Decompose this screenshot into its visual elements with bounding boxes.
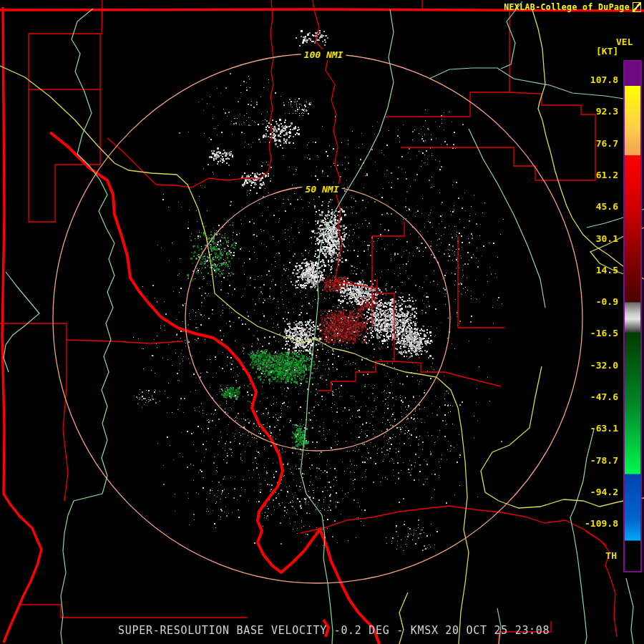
- range-ring-label-100nmi: 100 NMI: [301, 49, 346, 60]
- colorbar-title: VEL: [616, 36, 633, 47]
- status-bar: SUPER-RESOLUTION BASE VELOCITY -0.2 DEG …: [118, 624, 550, 637]
- colorbar-tick: 61.2: [596, 170, 618, 181]
- county-center-step2: [394, 361, 501, 386]
- colorbar-tick: -32.0: [590, 360, 618, 371]
- county-ne-step2: [401, 92, 595, 180]
- county-center-east: [372, 222, 404, 328]
- county-se-squiggle: [585, 531, 617, 637]
- range-ring-100nmi: [53, 54, 582, 583]
- colorbar-tick: 30.1: [596, 233, 618, 245]
- colorbar-tick: -0.9: [596, 296, 618, 308]
- county-west: [0, 323, 68, 501]
- county-se-wavy: [301, 506, 607, 546]
- range-ring-50nmi: [185, 186, 450, 451]
- river-central: [301, 9, 394, 644]
- highway-left-border: [2, 7, 42, 643]
- colorbar-tick: 92.3: [596, 106, 618, 117]
- colorbar-tick: -109.8: [585, 518, 618, 530]
- colorbar-tick: -16.5: [590, 328, 618, 339]
- colorbar-tick: -47.6: [590, 391, 618, 403]
- brand-logo-icon: [633, 2, 641, 12]
- brand: NEXLAB-College of DuPage: [504, 2, 641, 12]
- county-ne-step1: [386, 11, 509, 117]
- colorbar-threshold-label: TH: [605, 550, 617, 561]
- river-ne-descending: [469, 129, 545, 308]
- county-box-nw2: [29, 89, 100, 222]
- colorbar-tick: 14.5: [596, 265, 618, 276]
- colorbar-tick: 45.6: [596, 201, 618, 213]
- colorbar-tick: -94.2: [590, 487, 618, 498]
- county-box-nw: [29, 0, 102, 89]
- colorbar-tick: 107.8: [590, 74, 618, 86]
- colorbar-tick: -78.7: [590, 455, 618, 467]
- colorbar-tick: -63.1: [590, 423, 618, 434]
- colorbar-units: [KT]: [596, 46, 618, 57]
- river-nw-long: [61, 9, 114, 644]
- county-wavy-north: [313, 0, 377, 288]
- county-east-vert: [458, 236, 504, 328]
- radar-display: 100 NMI 50 NMI NEXLAB-College of DuPage …: [0, 0, 644, 644]
- river-west-wiggle: [4, 272, 39, 372]
- county-wavy-west: [107, 0, 273, 187]
- colorbar: [623, 60, 642, 572]
- range-ring-label-50nmi: 50 NMI: [303, 184, 342, 195]
- county-west-spur: [67, 340, 182, 343]
- county-center-step: [318, 279, 394, 391]
- river-se-corner: [626, 578, 633, 644]
- road-se-loop: [481, 366, 644, 508]
- county-bottom: [20, 605, 247, 618]
- map-overlay: [0, 0, 644, 644]
- brand-text: NEXLAB-College of DuPage: [504, 2, 630, 12]
- colorbar-tick: 76.7: [596, 138, 618, 150]
